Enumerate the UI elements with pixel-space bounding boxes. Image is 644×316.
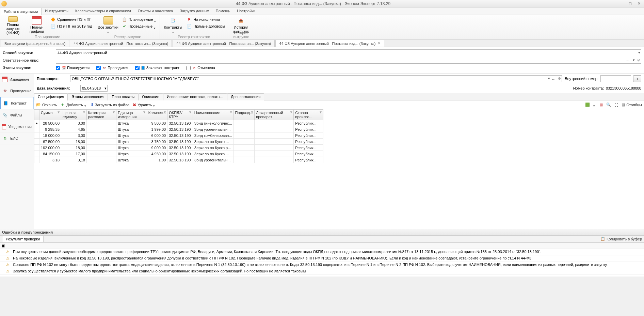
contracts-button[interactable]: 📑 Контракты — [162, 16, 184, 35]
resp-select[interactable]: …▾⊘ — [56, 57, 641, 64]
ribbon-tab-purchases[interactable]: Работа с закупками — [0, 8, 42, 15]
date-input[interactable]: 05.04.2018▾ — [80, 85, 108, 92]
minimize-button[interactable]: ─ — [617, 1, 625, 6]
column-header[interactable]: Категория расходов▼ — [86, 110, 116, 120]
column-header[interactable]: Наименование▼ — [193, 110, 234, 120]
table-row[interactable]: 18 000,003,00Штука 6 000,0032.50.13.190З… — [34, 132, 323, 139]
ribbon-tab-help[interactable]: Помощь — [212, 7, 234, 15]
done-button[interactable]: ✔Проведенные — [121, 23, 158, 29]
tab-payplan[interactable]: План оплаты — [108, 93, 138, 100]
stage-cancel-check[interactable]: ⊘Отменена — [186, 65, 215, 70]
document-tab[interactable]: Все закупки (расширенный список) — [1, 40, 69, 47]
table-row[interactable]: ▸ 28 500,003,00Штука 9 500,0032.50.13.19… — [34, 120, 323, 126]
filter-icon[interactable]: ▼ — [250, 110, 254, 114]
column-header[interactable]: Подразд...▼ — [234, 110, 255, 120]
clear-icon[interactable]: ⊘ — [637, 58, 640, 62]
grid-icon[interactable]: ▦ — [599, 102, 603, 107]
message-row[interactable]: ⚠На некоторые изделия, включенные в код … — [0, 255, 644, 262]
add-row-button[interactable]: ＋Добавить — [60, 102, 87, 108]
compare-button[interactable]: 🔶Сравнение ПЗ и ПГ — [50, 16, 93, 22]
copy-button[interactable]: 📋Копировать в буфер — [600, 237, 642, 241]
message-row[interactable]: ⚠При осуществлении данной закупки необхо… — [0, 249, 644, 255]
column-header[interactable]: Лекарственный препарат▼ — [255, 110, 294, 120]
stage-contract-check[interactable]: 📘Заключен контракт — [135, 65, 179, 70]
planned-button[interactable]: 📋Планируемые — [121, 16, 158, 22]
open-button[interactable]: 📂Открыть — [36, 102, 57, 107]
clear-icon[interactable]: ⊘ — [558, 76, 561, 81]
filter-icon[interactable]: ▼ — [57, 110, 60, 114]
column-header[interactable]: Цена за единицу▼ — [61, 110, 87, 120]
table-row[interactable]: 162 000,0018,00Штука 9 000,0032.50.13.19… — [34, 145, 323, 151]
excel-icon[interactable]: 🟩 — [585, 102, 590, 107]
tab-spec[interactable]: Спецификация — [34, 93, 68, 100]
tab-addagr[interactable]: Доп. соглашения — [227, 93, 264, 100]
document-tab[interactable]: 44-ФЗ Аукцион электронный - Поставка изд… — [275, 40, 384, 47]
message-row[interactable]: ⚠Согласно ПП РФ N 102 не могут быть пред… — [0, 262, 644, 268]
search-icon[interactable]: 🔍 — [606, 102, 611, 107]
column-header[interactable]: Сумма▼ — [39, 110, 61, 120]
sidebar-item-notifications[interactable]: Уведомления — [0, 121, 34, 132]
tab-exec[interactable]: Исполнение: поставки, оплаты... — [163, 93, 227, 100]
add-button[interactable]: ＋ — [633, 75, 641, 82]
method-select[interactable]: 44-ФЗ Аукцион электронный▾ — [56, 49, 641, 56]
exec-button[interactable]: ⚑На исполнении — [186, 16, 226, 22]
column-header[interactable]: Страна произво...▼ — [294, 110, 323, 120]
table-row[interactable]: 9 295,354,65Штука 1 999,0032.50.13.190Зо… — [34, 126, 323, 132]
columns-button[interactable]: ▤Столбцы — [622, 102, 642, 107]
tab-stages[interactable]: Этапы исполнения — [68, 93, 108, 100]
load-file-button[interactable]: ⬇Загрузить из файла — [91, 102, 129, 107]
plan-graphs-button[interactable]: Планы-графики — [26, 16, 48, 35]
message-group-toggle[interactable]: ▣ — [0, 243, 644, 249]
sidebar-item-notice[interactable]: Извещение — [0, 74, 34, 85]
filter-icon[interactable]: ▼ — [163, 110, 166, 114]
filter-icon[interactable]: ▼ — [112, 110, 115, 114]
ribbon-tab-reports[interactable]: Отчеты и аналитика — [134, 7, 177, 15]
ribbon-tab-load[interactable]: Загрузка данных — [176, 7, 212, 15]
table-row[interactable]: 3,183,18Штука 1,0032.50.13.190Зонд уроге… — [34, 157, 323, 163]
plans-button[interactable]: Планы закупок (44-ФЗ) — [2, 16, 24, 35]
list-icon: 📋 — [122, 17, 127, 22]
stage-plan-check[interactable]: 📅Планируется — [56, 65, 90, 70]
filter-icon[interactable]: ▼ — [143, 110, 146, 114]
direct-button[interactable]: 📄Прямые договоры — [186, 23, 226, 29]
ribbon-tab-classifiers[interactable]: Классификаторы и справочники — [72, 7, 134, 15]
sidebar-item-conduct[interactable]: ⚒Проведение — [0, 85, 34, 97]
maximize-button[interactable]: ◻ — [626, 1, 634, 6]
filter-icon[interactable]: ▼ — [319, 110, 322, 114]
messages-list[interactable]: ▣ ⚠При осуществлении данной закупки необ… — [0, 242, 644, 276]
intnum-input[interactable] — [600, 75, 631, 82]
stage-run-check[interactable]: ⚒Проводится — [96, 65, 128, 70]
tab-desc[interactable]: Описание — [138, 93, 163, 100]
filter-icon[interactable]: ▼ — [229, 110, 233, 114]
filter-icon[interactable]: ▼ — [82, 110, 86, 114]
sidebar-item-files[interactable]: 📎Файлы — [0, 109, 34, 121]
filter-icon[interactable]: ▼ — [189, 110, 192, 114]
ellipsis-icon[interactable]: … — [552, 76, 556, 80]
results-tab[interactable]: Результат проверки — [2, 236, 44, 242]
column-header[interactable]: ОКПД2/КТРУ▼ — [167, 110, 193, 120]
delete-button[interactable]: ✖Удалить — [133, 102, 156, 107]
data-grid[interactable]: Сумма▼Цена за единицу▼Категория расходов… — [34, 109, 644, 229]
close-button[interactable]: ✕ — [635, 1, 643, 6]
ribbon-tab-tools[interactable]: Инструменты — [42, 7, 72, 15]
pzpg-button[interactable]: 📄ПЗ и ПГ на 2019 год — [50, 23, 93, 29]
ellipsis-icon[interactable]: … — [626, 58, 629, 62]
column-header[interactable]: Единица измерения▼ — [116, 110, 147, 120]
document-tab[interactable]: 44-ФЗ Аукцион электронный - Поставка ин.… — [70, 40, 172, 47]
table-row[interactable]: 84 150,0017,00Штука 4 950,0032.50.13.190… — [34, 151, 323, 157]
inner-tabs: Спецификация Этапы исполнения План оплат… — [34, 93, 644, 100]
supplier-select[interactable]: ОБЩЕСТВО С ОГРАНИЧЕННОЙ ОТВЕТСТВЕННОСТЬЮ… — [70, 75, 562, 82]
all-purchases-button[interactable]: Все закупки — [97, 16, 119, 35]
expand-icon[interactable]: ⛶ — [614, 103, 618, 107]
filter-icon[interactable]: ▼ — [289, 110, 293, 114]
sidebar-item-contract[interactable]: 📘Контракт — [0, 97, 34, 109]
column-header[interactable]: Количес...▼ — [147, 110, 167, 120]
document-tab[interactable]: 44-ФЗ Аукцион электронный - Поставка ра.… — [173, 40, 275, 47]
chevron-down-icon: ▾ — [638, 50, 640, 55]
ribbon-tab-settings[interactable]: Настройки — [234, 7, 259, 15]
close-icon[interactable]: ✕ — [377, 41, 381, 46]
message-row[interactable]: ⚠Закупка осуществляется у субъектов мало… — [0, 268, 644, 275]
open-icon: 📂 — [36, 102, 41, 107]
sidebar-item-eis[interactable]: ⇅ЕИС — [0, 132, 34, 144]
table-row[interactable]: 67 500,0018,00Штука 3 750,0032.50.13.190… — [34, 139, 323, 145]
